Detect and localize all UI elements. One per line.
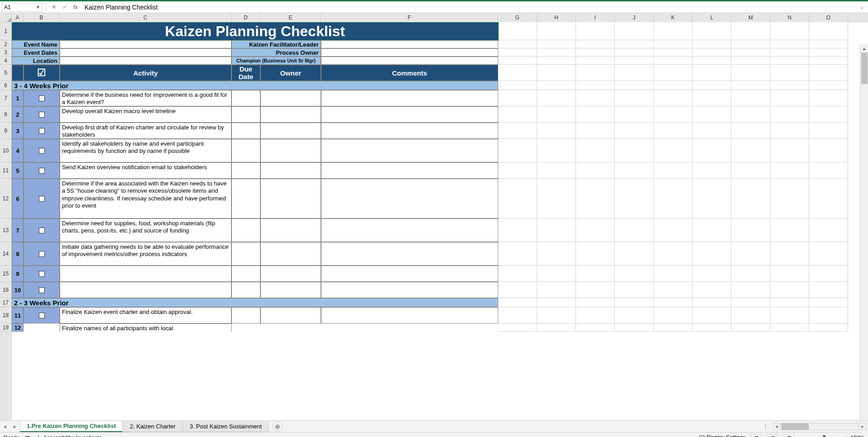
empty-cell[interactable]	[731, 57, 770, 65]
column-header[interactable]: N	[770, 13, 809, 22]
empty-cell[interactable]	[693, 298, 731, 307]
empty-cell[interactable]	[498, 266, 537, 282]
empty-cell[interactable]	[731, 139, 770, 162]
empty-cell[interactable]	[498, 57, 537, 65]
empty-cell[interactable]	[731, 123, 770, 139]
empty-cell[interactable]	[809, 123, 848, 139]
empty-cell[interactable]	[654, 48, 693, 57]
checkbox[interactable]	[24, 162, 60, 179]
checkbox[interactable]	[24, 242, 60, 266]
scroll-right-icon[interactable]: ►	[859, 423, 866, 430]
owner-cell[interactable]	[260, 179, 321, 218]
empty-cell[interactable]	[770, 106, 809, 123]
activity-cell[interactable]: Develop first draft of Kaizen charter an…	[60, 123, 231, 139]
column-header[interactable]: K	[654, 13, 693, 22]
empty-cell[interactable]	[731, 282, 770, 298]
fx-icon[interactable]: fx	[71, 3, 80, 12]
accept-formula-icon[interactable]: ✓	[60, 3, 69, 12]
empty-cell[interactable]	[809, 65, 848, 81]
empty-cell[interactable]	[770, 57, 809, 65]
empty-cell[interactable]	[809, 81, 848, 90]
column-header[interactable]: L	[693, 13, 731, 22]
empty-cell[interactable]	[770, 162, 809, 179]
row-header[interactable]: 8	[0, 106, 11, 123]
empty-cell[interactable]	[615, 323, 654, 332]
activity-cell[interactable]: Initiate data gathering needs to be able…	[60, 242, 231, 266]
activity-cell[interactable]: Determine if the business need for impro…	[60, 90, 231, 106]
row-header[interactable]: 3	[0, 48, 11, 57]
empty-cell[interactable]	[731, 266, 770, 282]
formula-input[interactable]	[82, 3, 855, 12]
empty-cell[interactable]	[615, 65, 654, 81]
empty-cell[interactable]	[498, 106, 537, 123]
empty-cell[interactable]	[770, 40, 809, 48]
empty-cell[interactable]	[498, 323, 537, 332]
checkbox[interactable]	[24, 282, 60, 298]
row-header[interactable]: 1	[0, 22, 11, 40]
empty-cell[interactable]	[809, 40, 848, 48]
column-header[interactable]: F	[321, 13, 498, 22]
empty-cell[interactable]	[654, 266, 693, 282]
empty-cell[interactable]	[693, 218, 731, 242]
input-event-dates[interactable]	[60, 48, 231, 57]
empty-cell[interactable]	[615, 90, 654, 106]
input-process-owner[interactable]	[321, 48, 498, 57]
empty-cell[interactable]	[731, 179, 770, 218]
empty-cell[interactable]	[809, 307, 848, 323]
empty-cell[interactable]	[693, 139, 731, 162]
scroll-up-icon[interactable]: ▲	[860, 44, 868, 52]
empty-cell[interactable]	[693, 123, 731, 139]
row-headers[interactable]: 12345678910111213141516171819	[0, 22, 12, 420]
column-header[interactable]: O	[809, 13, 848, 22]
empty-cell[interactable]	[809, 323, 848, 332]
empty-cell[interactable]	[576, 106, 615, 123]
empty-cell[interactable]	[731, 65, 770, 81]
empty-cell[interactable]	[731, 90, 770, 106]
empty-cell[interactable]	[770, 179, 809, 218]
owner-cell[interactable]	[260, 123, 321, 139]
empty-cell[interactable]	[537, 242, 576, 266]
scroll-left-icon[interactable]: ◄	[773, 423, 780, 430]
empty-cell[interactable]	[693, 266, 731, 282]
empty-cell[interactable]	[693, 81, 731, 90]
owner-cell[interactable]	[260, 106, 321, 123]
empty-cell[interactable]	[615, 81, 654, 90]
empty-cell[interactable]	[537, 123, 576, 139]
comments-cell[interactable]	[321, 266, 498, 282]
empty-cell[interactable]	[576, 65, 615, 81]
row-header[interactable]: 9	[0, 123, 11, 139]
empty-cell[interactable]	[770, 218, 809, 242]
empty-cell[interactable]	[576, 57, 615, 65]
empty-cell[interactable]	[809, 218, 848, 242]
empty-cell[interactable]	[809, 139, 848, 162]
column-header[interactable]: G	[498, 13, 537, 22]
empty-cell[interactable]	[809, 298, 848, 307]
empty-cell[interactable]	[498, 81, 537, 90]
column-header[interactable]: D	[231, 13, 260, 22]
empty-cell[interactable]	[654, 162, 693, 179]
column-header[interactable]: M	[731, 13, 770, 22]
empty-cell[interactable]	[693, 65, 731, 81]
empty-cell[interactable]	[770, 90, 809, 106]
empty-cell[interactable]	[731, 22, 770, 40]
page-break-view-icon[interactable]: ▥	[783, 434, 794, 437]
empty-cell[interactable]	[770, 282, 809, 298]
zoom-control[interactable]: − + 100%	[800, 435, 864, 437]
empty-cell[interactable]	[654, 123, 693, 139]
horizontal-scrollbar[interactable]: ⋮ ◄ ►	[283, 423, 868, 430]
column-header[interactable]: C	[60, 13, 231, 22]
row-header[interactable]: 5	[0, 65, 11, 81]
row-header[interactable]: 16	[0, 282, 11, 298]
checkbox[interactable]	[24, 307, 60, 323]
activity-cell[interactable]: Determine if the area associated with th…	[60, 179, 231, 218]
empty-cell[interactable]	[693, 242, 731, 266]
column-header[interactable]: A	[12, 13, 24, 22]
empty-cell[interactable]	[654, 179, 693, 218]
empty-cell[interactable]	[576, 266, 615, 282]
empty-cell[interactable]	[654, 81, 693, 90]
cancel-formula-icon[interactable]: ✕	[49, 3, 58, 12]
empty-cell[interactable]	[615, 266, 654, 282]
activity-cell[interactable]: Develop overall Kaizen macro level timel…	[60, 106, 231, 123]
due-date-cell[interactable]	[231, 179, 260, 218]
input-facilitator[interactable]	[321, 40, 498, 48]
